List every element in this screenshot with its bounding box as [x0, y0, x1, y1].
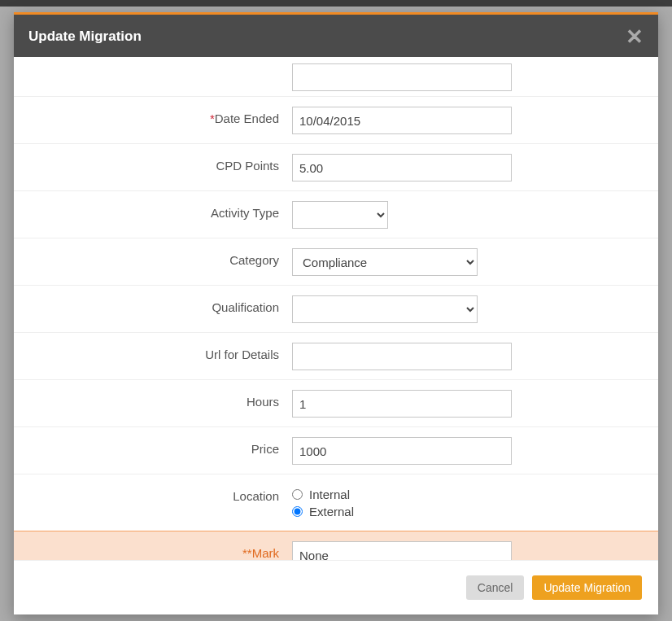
- modal-title: Update Migration: [28, 28, 142, 45]
- url-details-input[interactable]: [292, 343, 512, 370]
- price-input[interactable]: [292, 437, 512, 465]
- row-location: Location Internal External: [14, 474, 658, 531]
- update-migration-button[interactable]: Update Migration: [532, 575, 642, 600]
- row-partial-top: -: [14, 57, 658, 96]
- category-select[interactable]: Compliance: [292, 248, 478, 276]
- label-activity-type: Activity Type: [14, 201, 290, 220]
- update-migration-modal: Update Migration ✕ - *Date Ended CPD Poi…: [14, 12, 658, 614]
- mark-input[interactable]: [292, 541, 512, 560]
- activity-type-select[interactable]: [292, 201, 388, 229]
- label-mark-text: Mark: [252, 546, 279, 560]
- date-ended-input[interactable]: [292, 107, 512, 134]
- row-cpd-points: CPD Points: [14, 143, 658, 190]
- close-icon[interactable]: ✕: [626, 26, 644, 47]
- hours-input[interactable]: [292, 390, 512, 418]
- required-marker-double-icon: **: [242, 546, 252, 560]
- qualification-select[interactable]: [292, 295, 478, 323]
- row-date-ended: *Date Ended: [14, 96, 658, 143]
- modal-header: Update Migration ✕: [14, 15, 658, 57]
- location-external-radio[interactable]: [292, 506, 303, 517]
- row-hours: Hours: [14, 379, 658, 426]
- row-qualification: Qualification: [14, 285, 658, 332]
- label-date-ended: *Date Ended: [14, 107, 290, 125]
- location-internal-label: Internal: [309, 488, 350, 501]
- row-mark: **Mark: [14, 531, 658, 560]
- label-price: Price: [14, 437, 290, 456]
- location-external-label: External: [309, 505, 354, 518]
- label-hours: Hours: [14, 390, 290, 409]
- cancel-button[interactable]: Cancel: [466, 575, 525, 600]
- modal-footer: Cancel Update Migration: [14, 560, 658, 614]
- label-location: Location: [14, 484, 290, 503]
- label-date-ended-text: Date Ended: [215, 112, 279, 125]
- label-qualification: Qualification: [14, 295, 290, 314]
- label-mark: **Mark: [14, 541, 290, 560]
- cpd-points-input[interactable]: [292, 154, 512, 181]
- row-category: Category Compliance: [14, 238, 658, 285]
- partial-top-input[interactable]: [292, 63, 512, 91]
- row-activity-type: Activity Type: [14, 190, 658, 238]
- label-cpd-points: CPD Points: [14, 154, 290, 173]
- label-category: Category: [14, 248, 290, 267]
- modal-body[interactable]: - *Date Ended CPD Points Activity Type: [14, 57, 658, 560]
- location-internal-radio[interactable]: [292, 489, 303, 500]
- label-url-details: Url for Details: [14, 343, 290, 361]
- row-price: Price: [14, 426, 658, 474]
- row-url-details: Url for Details: [14, 332, 658, 379]
